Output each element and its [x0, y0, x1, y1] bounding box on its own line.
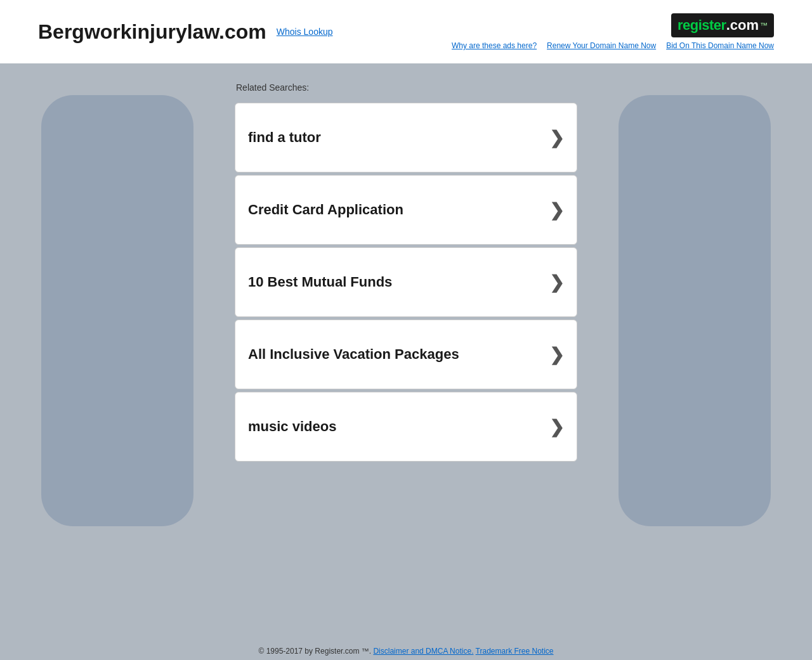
side-right: [577, 70, 812, 634]
register-logo: register .com ™: [671, 13, 774, 37]
left-decoration: [41, 95, 193, 526]
right-decoration: [619, 95, 771, 526]
search-item-label-1: Credit Card Application: [248, 202, 403, 218]
chevron-icon-2: ❯: [549, 272, 564, 293]
chevron-icon-3: ❯: [549, 344, 564, 365]
search-item-0[interactable]: find a tutor ❯: [235, 103, 577, 172]
main-content: Related Searches: find a tutor ❯ Credit …: [235, 70, 577, 634]
header-left: Bergworkinjurylaw.com Whois Lookup: [38, 20, 333, 44]
page-wrapper: Related Searches: find a tutor ❯ Credit …: [0, 63, 812, 634]
footer-disclaimer-link[interactable]: Disclaimer and DMCA Notice.: [373, 647, 473, 656]
why-ads-link[interactable]: Why are these ads here?: [452, 41, 537, 50]
footer: © 1995-2017 by Register.com ™. Disclaime…: [0, 634, 812, 660]
search-item-label-0: find a tutor: [248, 129, 321, 146]
search-item-3[interactable]: All Inclusive Vacation Packages ❯: [235, 320, 577, 389]
search-items-list: find a tutor ❯ Credit Card Application ❯…: [235, 103, 577, 462]
search-item-1[interactable]: Credit Card Application ❯: [235, 175, 577, 245]
chevron-icon-4: ❯: [549, 417, 564, 437]
footer-trademark-link[interactable]: Trademark Free Notice: [476, 647, 554, 656]
side-left: [0, 70, 235, 634]
logo-register-text: register: [678, 17, 726, 34]
logo-tm: ™: [760, 21, 768, 30]
search-item-2[interactable]: 10 Best Mutual Funds ❯: [235, 247, 577, 317]
header: Bergworkinjurylaw.com Whois Lookup regis…: [0, 0, 812, 63]
search-item-label-4: music videos: [248, 418, 336, 435]
center-panel: Related Searches: find a tutor ❯ Credit …: [235, 82, 577, 609]
whois-lookup-link[interactable]: Whois Lookup: [277, 27, 333, 37]
related-searches-label: Related Searches:: [235, 82, 577, 93]
chevron-icon-0: ❯: [549, 127, 564, 148]
footer-copyright: © 1995-2017 by Register.com ™.: [258, 647, 371, 656]
search-item-label-3: All Inclusive Vacation Packages: [248, 346, 459, 363]
header-right: register .com ™ Why are these ads here? …: [452, 13, 774, 50]
chevron-icon-1: ❯: [549, 200, 564, 221]
bid-domain-link[interactable]: Bid On This Domain Name Now: [666, 41, 774, 50]
logo-dotcom-text: .com: [726, 17, 759, 34]
search-item-label-2: 10 Best Mutual Funds: [248, 274, 392, 290]
header-links: Why are these ads here? Renew Your Domai…: [452, 41, 774, 50]
renew-domain-link[interactable]: Renew Your Domain Name Now: [547, 41, 656, 50]
site-title: Bergworkinjurylaw.com: [38, 20, 266, 44]
search-item-4[interactable]: music videos ❯: [235, 392, 577, 462]
footer-main-text: © 1995-2017 by Register.com ™. Disclaime…: [0, 647, 812, 656]
